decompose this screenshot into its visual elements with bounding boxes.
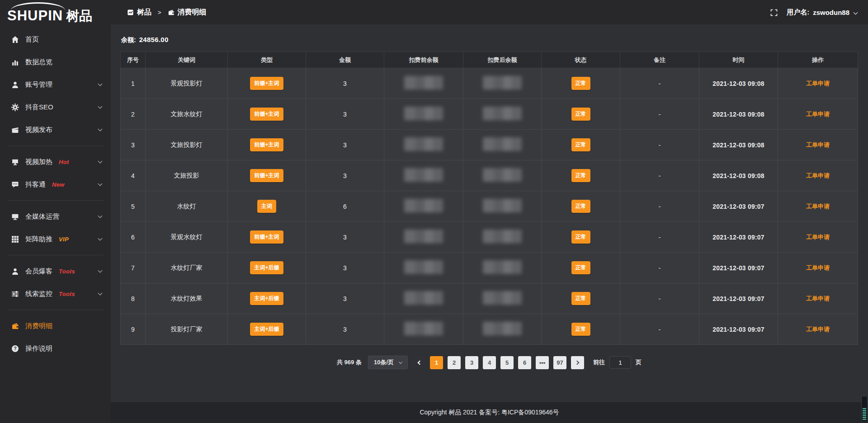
cell-index: 4	[121, 160, 146, 191]
cell-remark: -	[620, 222, 699, 253]
status-badge: 正常	[571, 230, 590, 244]
work-order-link[interactable]: 工单申请	[806, 264, 830, 271]
table-row: 6景观水纹灯前缀+主词3正常-2021-12-03 09:07工单申请	[121, 222, 858, 253]
page-button-5[interactable]: 5	[500, 356, 514, 369]
cell-pre-balance	[384, 160, 463, 191]
page-size-select[interactable]: 10条/页	[368, 356, 408, 369]
cell-action: 工单申请	[778, 283, 858, 314]
type-badge: 主词+后缀	[250, 323, 283, 336]
sidebar-item-label: 视频发布	[25, 126, 52, 134]
masked-balance-blob	[483, 230, 522, 243]
column-header-4: 金额	[306, 52, 384, 68]
breadcrumb-current-label: 消费明细	[178, 8, 207, 17]
masked-balance-blob	[483, 322, 522, 335]
page-button-97[interactable]: 97	[553, 356, 566, 369]
cell-type: 前缀+主词	[228, 99, 306, 130]
more-pages-button[interactable]: •••	[536, 356, 549, 369]
cell-action: 工单申请	[778, 99, 858, 130]
masked-balance-blob	[404, 168, 443, 182]
page-button-4[interactable]: 4	[483, 356, 496, 369]
cell-post-balance	[463, 68, 542, 99]
next-page-button[interactable]	[571, 356, 584, 369]
side-widget[interactable]	[861, 396, 868, 422]
chevron-down-icon	[98, 159, 103, 164]
type-badge: 前缀+主词	[250, 77, 283, 90]
column-header-3: 类型	[228, 52, 306, 68]
status-badge: 正常	[571, 261, 590, 274]
table-row: 2文旅水纹灯前缀+主词3正常-2021-12-03 09:08工单申请	[121, 99, 858, 130]
cell-pre-balance	[384, 191, 463, 222]
masked-balance-blob	[404, 107, 443, 120]
cell-keyword: 文旅投影	[146, 160, 228, 191]
copyright-text: Copyright 树品 2021 备案号: 粤ICP备09019646号	[420, 409, 559, 417]
work-order-link[interactable]: 工单申请	[806, 326, 830, 333]
fullscreen-icon[interactable]	[770, 9, 778, 16]
cell-status: 正常	[542, 191, 620, 222]
sidebar-item-douketong[interactable]: 抖客通New	[0, 173, 111, 196]
sidebar-item-consumption-detail[interactable]: 消费明细	[0, 315, 111, 337]
sidebar-item-video-heating[interactable]: 视频加热Hot	[0, 150, 111, 173]
cell-action: 工单申请	[778, 160, 858, 191]
sidebar-item-home[interactable]: 首页	[0, 28, 111, 51]
video-icon	[11, 126, 19, 134]
sidebar-item-badge: Tools	[59, 291, 75, 297]
work-order-link[interactable]: 工单申请	[806, 172, 830, 179]
sidebar-item-label: 视频加热	[25, 158, 52, 166]
sidebar-item-all-media-operation[interactable]: 全媒体运营	[0, 205, 111, 228]
cell-status: 正常	[542, 130, 620, 160]
sidebar-divider	[7, 255, 104, 255]
sidebar-item-operation-guide[interactable]: ?操作说明	[0, 337, 111, 360]
logo-text-cn: 树品	[66, 9, 92, 23]
app-icon	[127, 9, 134, 16]
masked-balance-blob	[483, 199, 522, 212]
cell-pre-balance	[384, 68, 463, 99]
breadcrumb-root[interactable]: 树品	[127, 8, 151, 17]
page-button-2[interactable]: 2	[448, 356, 461, 369]
cell-keyword: 水纹灯效果	[146, 283, 228, 314]
column-header-7: 状态	[542, 52, 620, 68]
chevron-down-icon	[98, 236, 103, 241]
prev-page-button[interactable]	[412, 356, 425, 369]
work-order-link[interactable]: 工单申请	[806, 234, 830, 240]
work-order-link[interactable]: 工单申请	[806, 80, 830, 87]
cell-time: 2021-12-03 09:08	[699, 160, 778, 191]
page-button-6[interactable]: 6	[518, 356, 531, 369]
goto-page-input[interactable]	[609, 356, 631, 369]
cell-type: 主词+后缀	[228, 314, 306, 345]
page-button-3[interactable]: 3	[465, 356, 478, 369]
work-order-link[interactable]: 工单申请	[806, 295, 830, 302]
cell-status: 正常	[542, 222, 620, 253]
user-menu[interactable]: 用户名: zswodun88	[787, 8, 857, 17]
cell-index: 7	[121, 253, 146, 283]
status-badge: 正常	[571, 200, 590, 213]
total-count: 共 969 条	[337, 358, 362, 367]
sidebar-item-badge: New	[52, 181, 65, 188]
sidebar-item-data-overview[interactable]: 数据总览	[0, 51, 111, 73]
masked-balance-blob	[404, 137, 443, 151]
sidebar-item-clue-monitor[interactable]: 线索监控Tools	[0, 282, 111, 305]
page-button-1[interactable]: 1	[430, 356, 443, 369]
sidebar-item-account-management[interactable]: 账号管理	[0, 73, 111, 96]
table-row: 3文旅投影灯前缀+主词3正常-2021-12-03 09:08工单申请	[121, 130, 858, 160]
column-header-5: 扣费前余额	[384, 52, 463, 68]
column-header-10: 操作	[778, 52, 858, 68]
cell-post-balance	[463, 99, 542, 130]
cell-index: 9	[121, 314, 146, 345]
sidebar-item-video-publish[interactable]: 视频发布	[0, 118, 111, 141]
work-order-link[interactable]: 工单申请	[806, 141, 830, 148]
cell-action: 工单申请	[778, 191, 858, 222]
work-order-link[interactable]: 工单申请	[806, 111, 830, 118]
cell-time: 2021-12-03 09:08	[699, 99, 778, 130]
cell-post-balance	[463, 222, 542, 253]
sidebar-item-matrix-boost[interactable]: 矩阵助推VIP	[0, 228, 111, 250]
cell-amount: 3	[306, 222, 384, 253]
sidebar-item-member-baoke[interactable]: 会员爆客Tools	[0, 260, 111, 282]
type-badge: 主词+后缀	[250, 292, 283, 305]
chevron-left-icon	[417, 360, 422, 365]
sidebar-item-douyin-seo[interactable]: 抖音SEO	[0, 96, 111, 118]
cell-type: 前缀+主词	[228, 68, 306, 99]
work-order-link[interactable]: 工单申请	[806, 203, 830, 210]
masked-balance-blob	[483, 291, 522, 305]
column-header-2: 关键词	[146, 52, 228, 68]
chevron-down-icon	[98, 82, 103, 86]
